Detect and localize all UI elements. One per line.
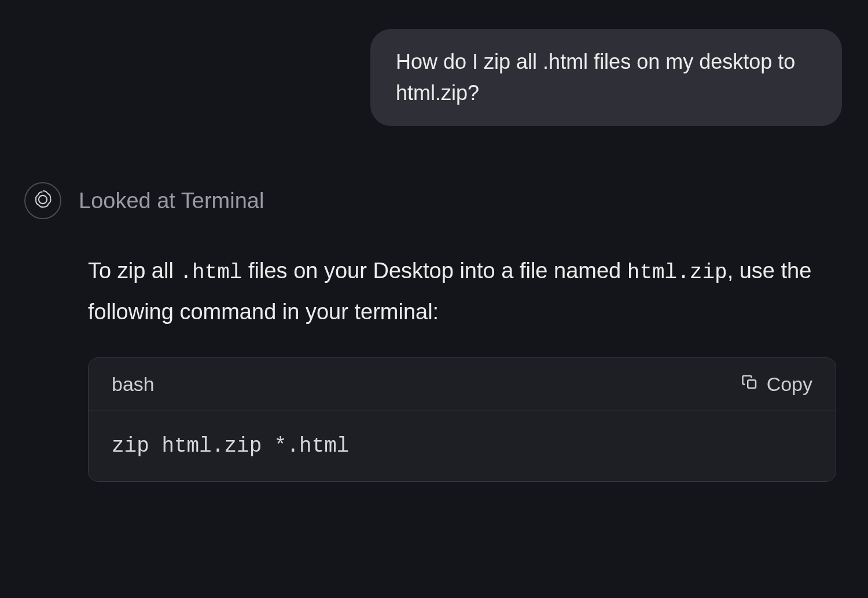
assistant-response-text: To zip all .html files on your Desktop i… [88, 251, 836, 331]
assistant-status-row: Looked at Terminal [24, 182, 842, 219]
assistant-status-text: Looked at Terminal [79, 189, 264, 213]
copy-button-label: Copy [767, 373, 812, 396]
svg-rect-1 [748, 380, 756, 388]
svg-point-0 [39, 195, 47, 204]
inline-code: .html [179, 261, 242, 285]
code-block: bash Copy zip html.zip *.html [88, 357, 836, 482]
user-message-bubble: How do I zip all .html files on my deskt… [370, 29, 842, 126]
code-content[interactable]: zip html.zip *.html [89, 411, 836, 481]
assistant-avatar [24, 182, 61, 219]
copy-button[interactable]: Copy [741, 373, 812, 396]
code-block-header: bash Copy [89, 358, 836, 411]
inline-code: html.zip [627, 261, 727, 285]
response-segment: To zip all [88, 259, 179, 283]
user-message-text: How do I zip all .html files on my deskt… [396, 50, 795, 105]
response-segment: files on your Desktop into a file named [242, 259, 627, 283]
code-language-label: bash [112, 373, 155, 396]
assistant-response-block: Looked at Terminal To zip all .html file… [24, 182, 842, 482]
copy-icon [741, 373, 759, 396]
openai-logo-icon [32, 189, 54, 213]
